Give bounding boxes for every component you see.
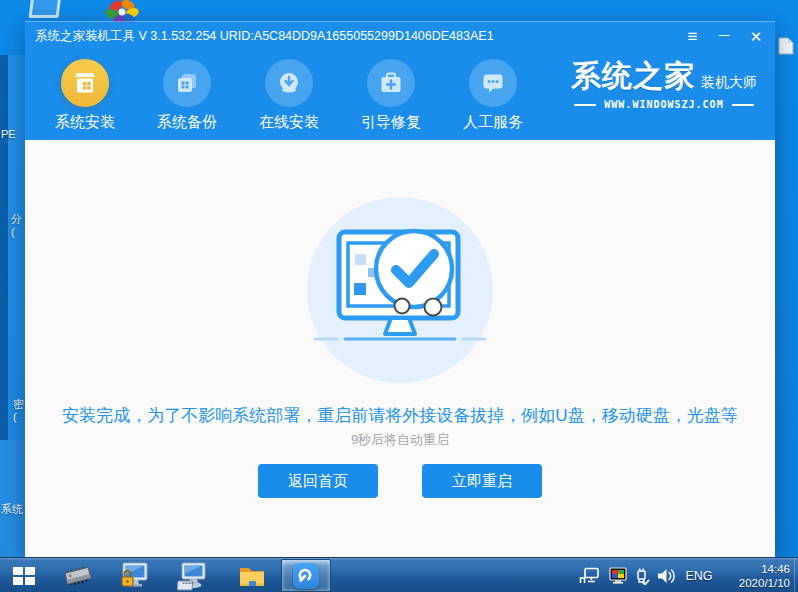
brand-site: WWW.WINDOWSZJ.COM bbox=[604, 99, 723, 110]
start-button[interactable] bbox=[0, 558, 48, 592]
speaker-icon bbox=[656, 567, 676, 585]
desktop-label-fragment: 分 bbox=[11, 212, 22, 227]
nav-label: 在线安装 bbox=[259, 113, 319, 132]
background-window-edge bbox=[0, 55, 8, 440]
menu-icon[interactable]: ≡ bbox=[683, 28, 701, 45]
taskbar-installer-app-active[interactable] bbox=[281, 559, 331, 592]
nav-online-install[interactable]: 在线安装 bbox=[239, 50, 339, 140]
toolbar: 系统安装 系统备份 bbox=[25, 50, 775, 140]
restart-countdown: 9秒后将自动重启 bbox=[25, 431, 775, 449]
nav-boot-repair[interactable]: 引导修复 bbox=[341, 50, 441, 140]
install-box-icon bbox=[61, 59, 109, 107]
monitor-keyboard-icon bbox=[177, 561, 209, 591]
desktop-label-fragment: ( bbox=[11, 226, 15, 238]
restart-button[interactable]: 立即重启 bbox=[422, 464, 542, 498]
online-download-icon bbox=[265, 59, 313, 107]
show-desktop-button[interactable] bbox=[794, 558, 798, 592]
installer-app-icon bbox=[293, 563, 319, 589]
monitor-check-icon bbox=[307, 197, 493, 383]
tray-display-color[interactable] bbox=[606, 558, 630, 592]
background-window-strip bbox=[8, 55, 25, 440]
nav-label: 人工服务 bbox=[463, 113, 523, 132]
language-indicator: ENG bbox=[685, 569, 712, 583]
tray-clock[interactable]: 14:46 2020/1/10 bbox=[710, 562, 790, 591]
usb-icon bbox=[634, 567, 650, 585]
taskbar-chip-app[interactable] bbox=[58, 558, 98, 592]
taskbar-display-keyboard-app[interactable] bbox=[173, 558, 213, 592]
clock-time: 14:46 bbox=[710, 562, 790, 576]
taskbar: ENG 14:46 2020/1/10 bbox=[0, 557, 798, 592]
titlebar[interactable]: 系统之家装机工具 V 3.1.532.254 URID:A5C84DD9A165… bbox=[25, 22, 775, 50]
close-icon[interactable]: ✕ bbox=[747, 29, 765, 44]
brand-subtitle: 装机大师 bbox=[701, 74, 757, 91]
completion-message: 安装完成，为了不影响系统部署，重启前请将外接设备拔掉，例如U盘，移动硬盘，光盘等 bbox=[25, 404, 775, 427]
logo-dash bbox=[574, 104, 596, 106]
installer-window: 系统之家装机工具 V 3.1.532.254 URID:A5C84DD9A165… bbox=[25, 21, 775, 557]
boot-repair-icon bbox=[367, 59, 415, 107]
display-color-icon bbox=[608, 567, 628, 585]
nav-system-install[interactable]: 系统安装 bbox=[35, 50, 135, 140]
taskbar-remote-lock-app[interactable] bbox=[114, 558, 154, 592]
memory-chip-icon bbox=[62, 561, 94, 591]
desktop-label-fragment: ( bbox=[13, 411, 17, 423]
desktop-label-fragment: 系统 bbox=[1, 502, 23, 517]
desktop-display-icon[interactable] bbox=[29, 0, 62, 18]
window-title: 系统之家装机工具 V 3.1.532.254 URID:A5C84DD9A165… bbox=[35, 28, 683, 45]
windows-logo-icon bbox=[13, 567, 35, 585]
nav-support[interactable]: 人工服务 bbox=[443, 50, 543, 140]
nav-label: 引导修复 bbox=[361, 113, 421, 132]
taskbar-file-explorer[interactable] bbox=[232, 558, 272, 592]
tray-usb[interactable] bbox=[632, 558, 652, 592]
background-window-strip-bottom bbox=[0, 440, 25, 557]
logo-dash bbox=[732, 104, 754, 106]
network-icon bbox=[579, 567, 601, 585]
desktop-label-fragment: 密 bbox=[13, 397, 24, 412]
desktop-label-fragment: PE bbox=[1, 128, 16, 140]
minimize-icon[interactable]: ─ bbox=[715, 27, 733, 42]
tray-volume[interactable] bbox=[654, 558, 678, 592]
nav-system-backup[interactable]: 系统备份 bbox=[137, 50, 237, 140]
backup-icon bbox=[163, 59, 211, 107]
nav-label: 系统安装 bbox=[55, 113, 115, 132]
folder-icon bbox=[236, 561, 268, 591]
main-content: 安装完成，为了不影响系统部署，重启前请将外接设备拔掉，例如U盘，移动硬盘，光盘等… bbox=[25, 140, 775, 558]
brand-logo: 系统之家 装机大师 WWW.WINDOWSZJ.COM bbox=[571, 61, 757, 110]
nav-label: 系统备份 bbox=[157, 113, 217, 132]
support-chat-icon bbox=[469, 59, 517, 107]
clock-date: 2020/1/10 bbox=[710, 576, 790, 590]
monitor-lock-icon bbox=[118, 561, 150, 591]
desktop-document-icon[interactable] bbox=[777, 37, 795, 59]
brand-name: 系统之家 bbox=[571, 61, 695, 91]
home-button[interactable]: 返回首页 bbox=[258, 464, 378, 498]
success-illustration bbox=[307, 197, 493, 383]
tray-network[interactable] bbox=[578, 558, 602, 592]
